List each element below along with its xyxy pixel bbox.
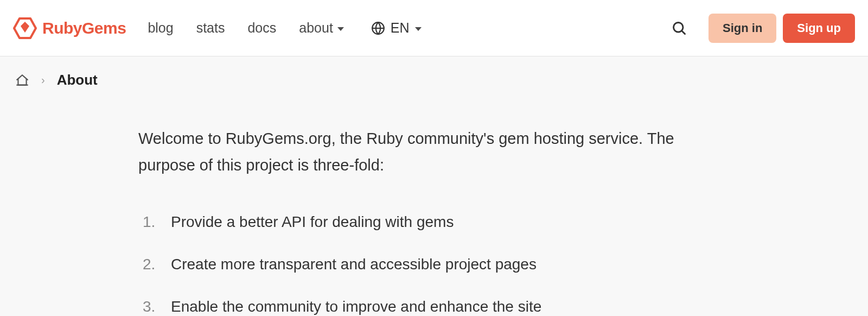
home-icon — [15, 73, 29, 87]
brand-logo[interactable]: RubyGems — [13, 16, 126, 40]
signin-button[interactable]: Sign in — [709, 14, 776, 43]
chevron-down-icon — [415, 27, 422, 31]
breadcrumb-home[interactable] — [15, 73, 29, 87]
site-header: RubyGems blog stats docs about EN Sign i… — [0, 0, 868, 56]
breadcrumb: › About — [0, 56, 868, 104]
language-label: EN — [391, 20, 410, 36]
search-icon — [672, 21, 687, 36]
nav-about[interactable]: about — [299, 20, 344, 36]
globe-icon — [371, 21, 385, 35]
list-item: Enable the community to improve and enha… — [138, 286, 730, 316]
nav-docs[interactable]: docs — [247, 20, 276, 36]
language-selector[interactable]: EN — [371, 20, 422, 36]
signup-button[interactable]: Sign up — [783, 14, 855, 43]
search-button[interactable] — [672, 21, 687, 36]
main-nav: blog stats docs about EN — [148, 20, 421, 36]
nav-blog[interactable]: blog — [148, 20, 173, 36]
intro-paragraph: Welcome to RubyGems.org, the Ruby commun… — [138, 125, 730, 179]
page-content: Welcome to RubyGems.org, the Ruby commun… — [127, 104, 741, 316]
nav-stats[interactable]: stats — [196, 20, 225, 36]
chevron-down-icon — [337, 27, 344, 31]
nav-about-label: about — [299, 20, 333, 36]
breadcrumb-current: About — [57, 72, 98, 89]
list-item: Provide a better API for dealing with ge… — [138, 201, 730, 243]
gem-hexagon-icon — [13, 16, 37, 40]
list-item: Create more transparent and accessible p… — [138, 243, 730, 286]
breadcrumb-separator: › — [41, 74, 45, 86]
svg-line-4 — [682, 30, 685, 34]
brand-name: RubyGems — [42, 19, 126, 37]
purpose-list: Provide a better API for dealing with ge… — [138, 201, 730, 316]
